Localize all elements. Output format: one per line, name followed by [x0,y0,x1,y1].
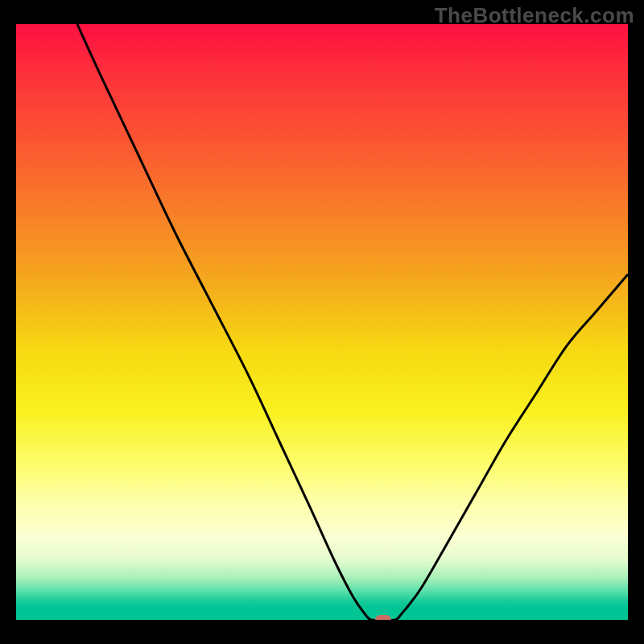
bottleneck-curve-path [77,24,628,620]
chart-frame: TheBottleneck.com [0,0,644,644]
minimum-marker [375,615,391,620]
watermark-text: TheBottleneck.com [435,3,634,28]
curve-svg [16,24,628,620]
plot-area [16,24,628,620]
